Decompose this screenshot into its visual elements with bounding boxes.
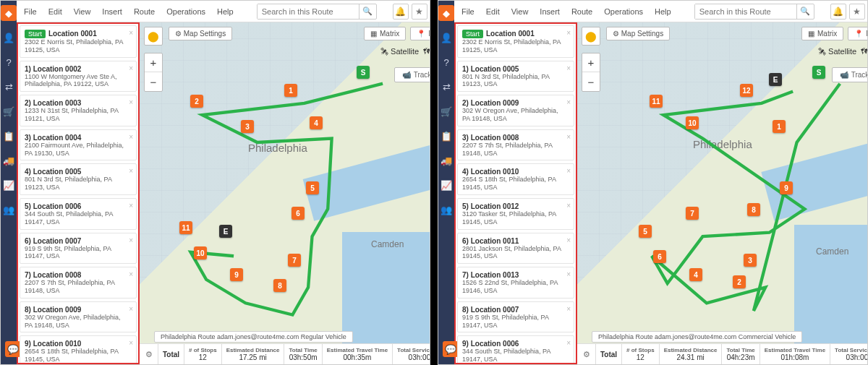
- close-icon[interactable]: ×: [566, 29, 571, 37]
- close-icon[interactable]: ×: [129, 133, 133, 141]
- star-icon[interactable]: ★: [849, 4, 865, 20]
- map-marker[interactable]: 12: [740, 84, 753, 97]
- stop-item[interactable]: 8) Location 0007919 S 9th St, Philadelph…: [457, 301, 574, 333]
- stops-list[interactable]: StartLocation 00012302 E Norris St, Phil…: [17, 22, 140, 364]
- pegman-icon[interactable]: ⬤: [582, 27, 600, 46]
- menu-edit[interactable]: Edit: [486, 7, 500, 16]
- menu-help[interactable]: Help: [217, 7, 234, 16]
- map-marker[interactable]: 2: [190, 95, 203, 108]
- map-marker[interactable]: 5: [639, 225, 652, 238]
- vehicles-icon[interactable]: 🚚: [1, 153, 17, 168]
- map-settings-button[interactable]: ⚙ Map Settings: [169, 27, 232, 40]
- search-icon[interactable]: 🔍: [796, 4, 814, 19]
- map-marker[interactable]: 11: [179, 221, 192, 234]
- close-icon[interactable]: ×: [566, 133, 571, 141]
- stop-item[interactable]: 2) Location 00031233 N 31st St, Philadel…: [20, 95, 137, 126]
- analytics-icon[interactable]: 📈: [438, 177, 454, 193]
- stop-item[interactable]: 2) Location 0009302 W Oregon Ave, Philad…: [457, 95, 574, 126]
- zoom-control[interactable]: + −: [582, 53, 600, 92]
- stats-gear-icon[interactable]: ⚙: [140, 344, 158, 364]
- orders-icon[interactable]: 🛒: [1, 103, 17, 119]
- map-marker[interactable]: 5: [306, 181, 319, 194]
- map-marker[interactable]: 11: [650, 95, 663, 108]
- stop-item[interactable]: 4) Location 00102654 S 18th St, Philadel…: [457, 163, 574, 195]
- zoom-control[interactable]: + −: [144, 53, 163, 92]
- map-marker[interactable]: 4: [689, 268, 702, 281]
- menu-insert[interactable]: Insert: [540, 7, 560, 16]
- close-icon[interactable]: ×: [129, 64, 133, 72]
- book-icon[interactable]: 📋: [438, 128, 454, 144]
- stop-item[interactable]: StartLocation 00012302 E Norris St, Phil…: [457, 25, 574, 58]
- stop-item[interactable]: 7) Location 00131526 S 22nd St, Philadel…: [457, 267, 574, 299]
- stats-gear-icon[interactable]: ⚙: [577, 344, 596, 364]
- close-icon[interactable]: ×: [566, 98, 571, 106]
- close-icon[interactable]: ×: [129, 98, 133, 106]
- map-marker[interactable]: 7: [686, 207, 699, 220]
- stop-item[interactable]: 1) Location 0005801 N 3rd St, Philadelph…: [457, 61, 574, 93]
- zoom-out-button[interactable]: −: [582, 72, 600, 91]
- bell-icon[interactable]: 🔔: [830, 4, 846, 20]
- stop-item[interactable]: 7) Location 00082207 S 7th St, Philadelp…: [20, 267, 137, 299]
- map-marker[interactable]: E: [769, 73, 782, 86]
- close-icon[interactable]: ×: [129, 339, 133, 347]
- map-marker[interactable]: S: [812, 66, 825, 79]
- stop-item[interactable]: 4) Location 0005801 N 3rd St, Philadelph…: [20, 163, 137, 195]
- menu-operations[interactable]: Operations: [166, 7, 205, 16]
- tracking-button[interactable]: 📹 Tracking: [394, 67, 430, 82]
- pegman-icon[interactable]: ⬤: [144, 27, 163, 46]
- close-icon[interactable]: ×: [566, 167, 571, 175]
- app-logo-icon[interactable]: ◆: [1, 5, 17, 21]
- map-marker[interactable]: 9: [780, 181, 793, 194]
- close-icon[interactable]: ×: [129, 167, 133, 175]
- map-marker[interactable]: 8: [273, 279, 286, 292]
- close-icon[interactable]: ×: [566, 202, 571, 210]
- map-marker[interactable]: 4: [310, 116, 323, 129]
- close-icon[interactable]: ×: [129, 305, 133, 313]
- analytics-icon[interactable]: 📈: [1, 177, 17, 193]
- map-marker[interactable]: 8: [747, 203, 760, 216]
- map-marker[interactable]: 10: [194, 246, 207, 259]
- stop-item[interactable]: 8) Location 0009302 W Oregon Ave, Philad…: [20, 301, 137, 333]
- matrix-button[interactable]: ▦ Matrix: [364, 27, 406, 40]
- menu-operations[interactable]: Operations: [604, 7, 643, 16]
- close-icon[interactable]: ×: [566, 64, 571, 72]
- stop-item[interactable]: 5) Location 0006344 South St, Philadelph…: [20, 198, 137, 230]
- map2-button[interactable]: 🗺 Map: [423, 47, 430, 56]
- book-icon[interactable]: 📋: [1, 128, 17, 144]
- map-button[interactable]: 📍 Map: [410, 27, 430, 40]
- add-user-icon[interactable]: 👤: [438, 30, 454, 46]
- map-marker[interactable]: 7: [288, 254, 301, 267]
- add-user-icon[interactable]: 👤: [1, 30, 17, 46]
- orders-icon[interactable]: 🛒: [438, 103, 454, 119]
- stop-item[interactable]: 5) Location 00123120 Tasker St, Philadel…: [457, 198, 574, 230]
- route-search[interactable]: 🔍: [694, 4, 814, 20]
- stop-item[interactable]: 6) Location 00112801 Jackson St, Philade…: [457, 233, 574, 265]
- close-icon[interactable]: ×: [566, 270, 571, 278]
- star-icon[interactable]: ★: [412, 4, 427, 20]
- map-marker[interactable]: 6: [653, 250, 666, 263]
- menu-view[interactable]: View: [511, 7, 529, 16]
- menu-route[interactable]: Route: [134, 7, 155, 16]
- search-icon[interactable]: 🔍: [359, 4, 376, 19]
- satellite-button[interactable]: 🛰 Satellite: [818, 47, 856, 56]
- map-marker[interactable]: E: [219, 225, 232, 238]
- map-marker[interactable]: 1: [773, 120, 786, 133]
- close-icon[interactable]: ×: [129, 202, 133, 210]
- close-icon[interactable]: ×: [566, 305, 571, 313]
- bell-icon[interactable]: 🔔: [393, 4, 409, 20]
- map-marker[interactable]: 9: [230, 268, 243, 281]
- menu-view[interactable]: View: [74, 7, 91, 16]
- app-logo-icon[interactable]: ◆: [438, 5, 454, 21]
- chat-icon[interactable]: 💬: [443, 341, 459, 357]
- menu-file[interactable]: File: [24, 7, 37, 16]
- stop-item[interactable]: StartLocation 00012302 E Norris St, Phil…: [20, 25, 137, 58]
- stop-item[interactable]: 6) Location 0007919 S 9th St, Philadelph…: [20, 233, 137, 265]
- map-marker[interactable]: 3: [744, 254, 757, 267]
- stop-item[interactable]: 3) Location 00082207 S 7th St, Philadelp…: [457, 129, 574, 161]
- zoom-out-button[interactable]: −: [145, 72, 162, 91]
- satellite-button[interactable]: 🛰 Satellite: [380, 47, 419, 56]
- stop-item[interactable]: 1) Location 00021100 W Montgomery Ave St…: [20, 61, 137, 93]
- close-icon[interactable]: ×: [129, 270, 133, 278]
- close-icon[interactable]: ×: [129, 29, 133, 37]
- menu-help[interactable]: Help: [655, 7, 671, 16]
